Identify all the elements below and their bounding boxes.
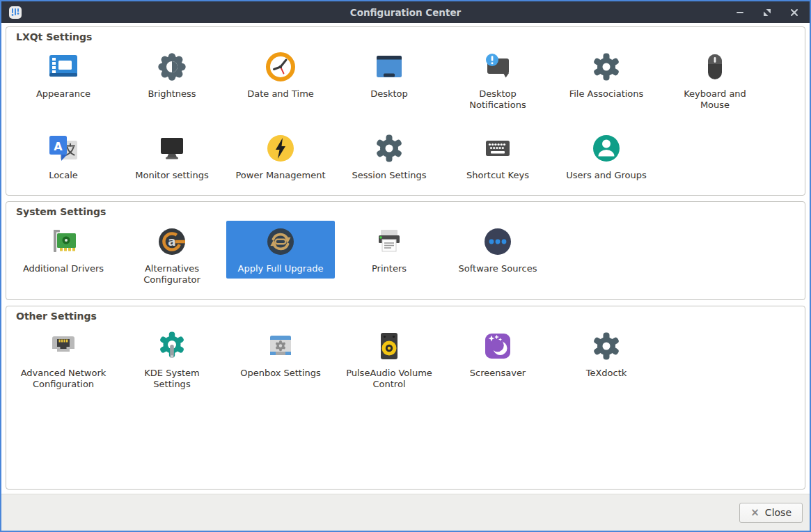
section-title: LXQt Settings — [16, 31, 802, 42]
launcher-label: Power Management — [235, 170, 325, 181]
user-circle-icon — [590, 132, 623, 165]
launcher-label: Openbox Settings — [240, 368, 321, 379]
ethernet-port-icon — [47, 329, 80, 363]
launcher-label: Apply Full Upgrade — [238, 263, 324, 274]
gear-wrench-icon — [155, 329, 189, 363]
window-controls — [736, 8, 803, 17]
printer-icon — [372, 225, 406, 258]
window-gear-icon — [264, 329, 297, 363]
close-window-button[interactable] — [790, 8, 798, 17]
launcher-appearance[interactable]: Appearance — [9, 46, 118, 104]
launcher-additional-drivers[interactable]: Additional Drivers — [9, 221, 118, 279]
launcher-apply-full-upgrade[interactable]: Apply Full Upgrade — [226, 221, 335, 279]
launcher-label: Appearance — [36, 88, 90, 100]
translate-icon: A — [47, 132, 80, 165]
gear-icon — [590, 50, 623, 84]
keyboard-icon — [481, 132, 514, 165]
launcher-openbox-settings[interactable]: Openbox Settings — [226, 325, 335, 383]
launcher-alternatives-configurator[interactable]: aAlternatives Configurator — [118, 221, 226, 290]
launcher-label: KDE System Settings — [127, 368, 217, 390]
launcher-file-associations[interactable]: File Associations — [552, 46, 661, 104]
configuration-center-window: Configuration Center LXQt SettingsAppear… — [0, 0, 811, 532]
launcher-advanced-network-configuration[interactable]: Advanced Network Configuration — [9, 325, 118, 394]
launcher-label: File Associations — [569, 88, 644, 100]
svg-text:a: a — [168, 235, 175, 249]
launcher-grid: AppearanceBrightnessDate and TimeDesktop… — [9, 46, 802, 185]
launcher-users-and-groups[interactable]: Users and Groups — [552, 127, 661, 185]
mouse-icon — [698, 50, 732, 84]
launcher-power-management[interactable]: Power Management — [226, 127, 335, 185]
section-title: Other Settings — [16, 311, 802, 322]
close-x-icon: × — [750, 508, 759, 517]
launcher-desktop-notifications[interactable]: Desktop Notifications — [443, 46, 552, 115]
launcher-texdoctk[interactable]: TeXdoctk — [552, 325, 661, 383]
gear-icon — [372, 132, 406, 165]
launcher-label: Users and Groups — [566, 170, 646, 181]
launcher-label: Desktop — [370, 88, 408, 100]
launcher-pulseaudio-volume-control[interactable]: PulseAudio Volume Control — [335, 325, 443, 394]
launcher-grid: Advanced Network ConfigurationKDE System… — [9, 325, 802, 394]
window-title: Configuration Center — [1, 7, 810, 18]
monitor-icon — [155, 132, 189, 165]
section-other-settings: Other SettingsAdvanced Network Configura… — [6, 306, 805, 490]
brightness-icon — [155, 50, 189, 84]
launcher-label: Locale — [49, 170, 78, 181]
section-system-settings: System SettingsAdditional DriversaAltern… — [6, 201, 805, 300]
launcher-locale[interactable]: ALocale — [9, 127, 118, 185]
close-button[interactable]: × Close — [739, 503, 803, 523]
minimize-button[interactable] — [736, 8, 744, 17]
launcher-label: Printers — [372, 263, 407, 274]
launcher-label: Advanced Network Configuration — [18, 368, 109, 390]
launcher-label: Monitor settings — [135, 170, 208, 181]
sections-container: LXQt SettingsAppearanceBrightnessDate an… — [1, 23, 810, 494]
launcher-shortcut-keys[interactable]: Shortcut Keys — [443, 127, 552, 185]
notification-bubble-icon — [481, 50, 514, 84]
launcher-software-sources[interactable]: Software Sources — [443, 221, 552, 279]
gear-icon — [590, 329, 623, 363]
launcher-grid: Additional DriversaAlternatives Configur… — [9, 221, 802, 290]
svg-text:A: A — [54, 140, 63, 153]
launcher-brightness[interactable]: Brightness — [118, 46, 226, 104]
upgrade-refresh-icon — [264, 225, 297, 258]
footer-bar: × Close — [1, 494, 810, 531]
speaker-icon — [372, 329, 406, 363]
launcher-screensaver[interactable]: Screensaver — [443, 325, 552, 383]
appearance-icon — [47, 50, 80, 84]
launcher-label: Keyboard and Mouse — [670, 88, 760, 111]
launcher-label: Alternatives Configurator — [127, 263, 217, 285]
moon-stars-icon — [481, 329, 514, 363]
titlebar[interactable]: Configuration Center — [1, 1, 810, 23]
maximize-button[interactable] — [763, 8, 771, 17]
launcher-label: Additional Drivers — [23, 263, 104, 274]
lightning-bolt-icon — [264, 132, 297, 165]
driver-card-icon — [47, 225, 80, 258]
software-sources-icon — [481, 225, 514, 258]
launcher-monitor-settings[interactable]: Monitor settings — [118, 127, 226, 185]
launcher-label: Brightness — [148, 88, 196, 100]
launcher-date-and-time[interactable]: Date and Time — [226, 46, 335, 104]
launcher-kde-system-settings[interactable]: KDE System Settings — [118, 325, 226, 394]
launcher-label: Date and Time — [247, 88, 314, 100]
alternatives-icon: a — [155, 225, 189, 258]
launcher-label: Shortcut Keys — [466, 170, 529, 181]
clock-icon — [264, 50, 297, 84]
launcher-label: Software Sources — [459, 263, 537, 274]
desktop-icon — [372, 50, 406, 84]
launcher-label: PulseAudio Volume Control — [344, 368, 434, 390]
close-button-label: Close — [765, 507, 792, 518]
section-title: System Settings — [16, 206, 802, 217]
launcher-desktop[interactable]: Desktop — [335, 46, 443, 104]
app-icon — [8, 6, 22, 19]
launcher-label: Desktop Notifications — [452, 88, 543, 111]
launcher-session-settings[interactable]: Session Settings — [335, 127, 443, 185]
launcher-printers[interactable]: Printers — [335, 221, 443, 279]
launcher-label: Screensaver — [470, 368, 526, 379]
launcher-label: Session Settings — [352, 170, 426, 181]
launcher-keyboard-and-mouse[interactable]: Keyboard and Mouse — [661, 46, 769, 115]
launcher-label: TeXdoctk — [586, 368, 627, 379]
section-lxqt-settings: LXQt SettingsAppearanceBrightnessDate an… — [6, 26, 805, 196]
